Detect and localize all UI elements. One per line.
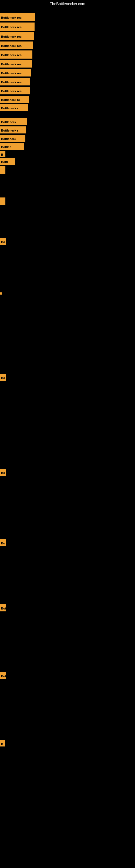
- bar-label: [0, 166, 5, 174]
- bar-item: Bottleneck: [0, 118, 27, 125]
- bar-item: Bottleneck re: [0, 96, 29, 103]
- bar-label: Bottlen: [0, 143, 24, 150]
- bar-label: [0, 197, 5, 205]
- bar-label: Bott: [0, 604, 6, 611]
- bar-label: Bottleneck: [0, 135, 26, 142]
- bar-item: Bo: [0, 238, 6, 245]
- bar-label: Bo: [0, 238, 6, 245]
- bar-item: Bottleneck r: [0, 126, 26, 133]
- bar-label: Bottleneck: [0, 118, 27, 125]
- bar-label: Bottleneck res: [0, 69, 31, 76]
- bar-item: Bottleneck res: [0, 13, 35, 21]
- bar-item: [0, 166, 5, 174]
- bar-label: Bottleneck res: [0, 32, 34, 40]
- bar-item: Bottleneck r: [0, 104, 28, 111]
- bar-item: Bottleneck res: [0, 60, 32, 67]
- bar-label: Bo: [0, 469, 6, 476]
- bar-item: Bottl: [0, 158, 15, 165]
- bar-label: Bottleneck r: [0, 126, 26, 133]
- bar-label: [0, 292, 2, 294]
- bar-item: Bott: [0, 604, 6, 611]
- bar-item: Bott: [0, 672, 6, 679]
- bar-item: [0, 292, 2, 294]
- bar-label: B: [0, 151, 5, 157]
- bar-label: B: [0, 740, 5, 746]
- bar-item: Bo: [0, 469, 6, 476]
- bar-item: Bottleneck res: [0, 23, 35, 31]
- bar-item: Bottleneck res: [0, 41, 33, 49]
- bar-item: Bottleneck res: [0, 32, 34, 40]
- bar-item: Bottleneck res: [0, 87, 30, 94]
- bar-label: Bottleneck res: [0, 23, 35, 31]
- bar-label: Bottleneck r: [0, 104, 28, 111]
- bar-label: Bottleneck res: [0, 78, 30, 86]
- bar-label: Bott: [0, 672, 6, 679]
- bar-item: Bottlen: [0, 143, 24, 150]
- bar-item: Bo: [0, 539, 6, 546]
- bar-item: Bo: [0, 374, 6, 381]
- bar-item: [0, 197, 5, 205]
- bar-item: B: [0, 740, 5, 746]
- bar-label: Bottl: [0, 158, 15, 165]
- bar-label: Bottleneck res: [0, 41, 33, 49]
- bar-label: Bottleneck res: [0, 60, 32, 67]
- bar-item: Bottleneck res: [0, 51, 32, 59]
- bar-label: Bottleneck res: [0, 51, 32, 59]
- bar-item: Bottleneck res: [0, 69, 31, 76]
- bar-item: Bottleneck: [0, 135, 26, 142]
- bar-label: Bo: [0, 374, 6, 381]
- bar-label: Bo: [0, 539, 6, 546]
- bar-label: Bottleneck re: [0, 96, 29, 103]
- bar-label: Bottleneck res: [0, 87, 30, 94]
- bar-item: Bottleneck res: [0, 78, 30, 86]
- site-title: TheBottlenecker.com: [0, 0, 135, 8]
- bar-item: B: [0, 151, 5, 157]
- bar-label: Bottleneck res: [0, 13, 35, 21]
